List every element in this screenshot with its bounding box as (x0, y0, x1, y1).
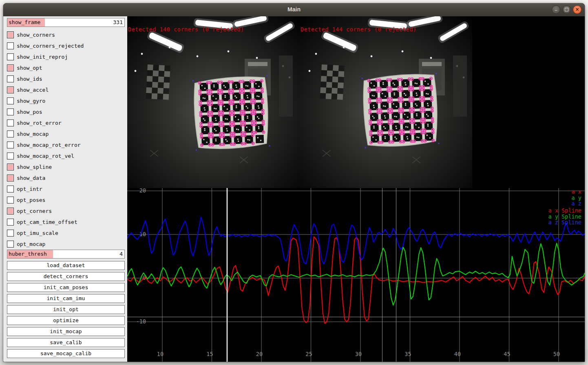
save_mocap_calib-button[interactable]: save_mocap_calib (7, 349, 125, 358)
plot-legend-spline: a x Splinea y Splinea z Spline (548, 208, 581, 226)
x-tick-label: 40 (454, 351, 461, 357)
checkbox-label: show_init_reproj (17, 54, 68, 60)
y-tick-label: 20 (139, 188, 146, 194)
checkbox-show_opt[interactable] (7, 64, 14, 71)
checkbox-opt_intr[interactable] (7, 186, 14, 192)
slider-label: huber_thresh (9, 251, 47, 257)
maximize-button[interactable] (562, 5, 571, 14)
checkbox-row-opt_imu_scale[interactable]: opt_imu_scale (7, 228, 125, 239)
checkbox-show_data[interactable] (7, 175, 14, 181)
checkbox-show_init_reproj[interactable] (7, 53, 14, 60)
checkbox-row-show_pos[interactable]: show_pos (7, 106, 125, 117)
checkbox-row-show_mocap[interactable]: show_mocap (7, 128, 125, 139)
checkbox-opt_poses[interactable] (7, 197, 14, 204)
checkbox-row-show_opt[interactable]: show_opt (7, 62, 125, 73)
checkbox-show_mocap_rot_error[interactable] (7, 142, 14, 148)
checkbox-label: show_mocap_rot_error (17, 142, 81, 148)
legend-entry-a-x-Spline: a x Spline (548, 208, 581, 214)
legend-entry-a-x: a x (572, 189, 581, 195)
minimize-button[interactable]: – (552, 5, 560, 14)
checkbox-row-show_init_reproj[interactable]: show_init_reproj (7, 51, 125, 62)
imu-plot[interactable]: 10152025303540455020100-10 a xa ya z a x… (127, 188, 585, 362)
main-view: Detected 140 corners (0 rejected) Detect… (127, 16, 585, 362)
checkbox-label: opt_corners (17, 208, 52, 214)
checkbox-row-opt_poses[interactable]: opt_poses (7, 195, 125, 206)
checkbox-row-show_mocap_rot_error[interactable]: show_mocap_rot_error (7, 139, 125, 150)
save_calib-button[interactable]: save_calib (7, 338, 125, 347)
slider-huber_thresh[interactable]: huber_thresh4 (7, 250, 125, 259)
checkbox-show_ids[interactable] (7, 75, 14, 82)
ceiling-dot-light (169, 46, 171, 49)
checkbox-label: opt_poses (17, 197, 45, 203)
checkbox-row-opt_mocap[interactable]: opt_mocap (7, 239, 125, 250)
checkbox-label: opt_imu_scale (17, 230, 58, 236)
x-tick-label: 20 (256, 351, 263, 357)
ceiling-dot-light (228, 51, 230, 53)
checkbox-row-show_spline[interactable]: show_spline (7, 161, 125, 173)
checkbox-opt_imu_scale[interactable] (7, 230, 14, 237)
close-button[interactable]: ✕ (573, 5, 581, 14)
app-window: Main – ✕ show_frame331show_cornersshow_c… (3, 3, 585, 362)
camera-strip: Detected 140 corners (0 rejected) Detect… (127, 16, 585, 188)
door (453, 55, 467, 117)
init_cam_imu-button[interactable]: init_cam_imu (7, 294, 125, 303)
ceiling-dot-light (197, 55, 199, 58)
slider-label: show_frame (9, 19, 40, 25)
wall-checkerboard (320, 64, 345, 100)
titlebar[interactable]: Main – ✕ (3, 3, 585, 17)
window-title: Main (3, 6, 585, 13)
board-edge-dot (365, 147, 366, 148)
ceiling-dot-light (309, 70, 311, 72)
checkbox-row-show_gyro[interactable]: show_gyro (7, 95, 125, 106)
window-body: show_frame331show_cornersshow_corners_re… (3, 16, 585, 362)
optimize-button[interactable]: optimize (7, 316, 125, 325)
camera-strip-filler (472, 16, 585, 188)
init_mocap-button[interactable]: init_mocap (7, 327, 125, 336)
checkbox-show_gyro[interactable] (7, 97, 14, 104)
checkbox-label: show_opt (17, 65, 42, 71)
checkbox-row-show_corners_rejected[interactable]: show_corners_rejected (7, 40, 125, 51)
plot-canvas[interactable]: 10152025303540455020100-10 (127, 188, 585, 362)
detect_corners-button[interactable]: detect_corners (7, 272, 125, 281)
checkbox-row-show_data[interactable]: show_data (7, 173, 125, 184)
checkbox-label: show_pos (17, 109, 42, 115)
init_opt-button[interactable]: init_opt (7, 305, 125, 314)
slider-show_frame[interactable]: show_frame331 (7, 18, 125, 27)
calibration-board (362, 73, 440, 148)
checkbox-row-opt_intr[interactable]: opt_intr (7, 184, 125, 195)
detection-status-left: Detected 140 corners (0 rejected) (128, 26, 244, 33)
checkbox-row-show_mocap_rot_vel[interactable]: show_mocap_rot_vel (7, 150, 125, 161)
checkbox-row-show_rot_error[interactable]: show_rot_error (7, 117, 125, 128)
legend-entry-a-y: a y (572, 195, 581, 201)
checkbox-show_rot_error[interactable] (7, 119, 14, 126)
checkbox-show_corners[interactable] (7, 31, 14, 38)
load_dataset-button[interactable]: load_dataset (7, 261, 125, 270)
x-tick-label: 25 (305, 351, 312, 357)
wall-poster-line (248, 62, 267, 66)
checkbox-opt_corners[interactable] (7, 208, 14, 215)
init_cam_poses-button[interactable]: init_cam_poses (7, 283, 125, 292)
checkbox-opt_cam_time_offset[interactable] (7, 219, 14, 226)
settings-panel: show_frame331show_cornersshow_corners_re… (3, 16, 127, 362)
wall-poster-line (422, 62, 442, 66)
checkbox-row-show_corners[interactable]: show_corners (7, 29, 125, 40)
checkbox-show_pos[interactable] (7, 108, 14, 115)
checkbox-row-opt_cam_time_offset[interactable]: opt_cam_time_offset (7, 217, 125, 228)
checkbox-show_mocap[interactable] (7, 131, 14, 137)
checkbox-row-show_accel[interactable]: show_accel (7, 84, 125, 95)
board-edge-dot (266, 75, 267, 76)
checkbox-show_mocap_rot_vel[interactable] (7, 153, 14, 159)
checkbox-label: show_gyro (17, 98, 45, 104)
door (279, 55, 293, 117)
checkbox-label: opt_intr (17, 186, 42, 192)
checkbox-show_corners_rejected[interactable] (7, 42, 14, 49)
legend-entry-a-z: a z (572, 201, 581, 207)
checkbox-show_accel[interactable] (7, 86, 14, 93)
checkbox-row-opt_corners[interactable]: opt_corners (7, 206, 125, 217)
camera-image-left (127, 16, 300, 188)
checkbox-label: opt_cam_time_offset (17, 219, 77, 225)
ceiling-dot-light (256, 57, 258, 59)
checkbox-opt_mocap[interactable] (7, 241, 14, 248)
checkbox-show_spline[interactable] (7, 164, 14, 170)
checkbox-row-show_ids[interactable]: show_ids (7, 73, 125, 84)
